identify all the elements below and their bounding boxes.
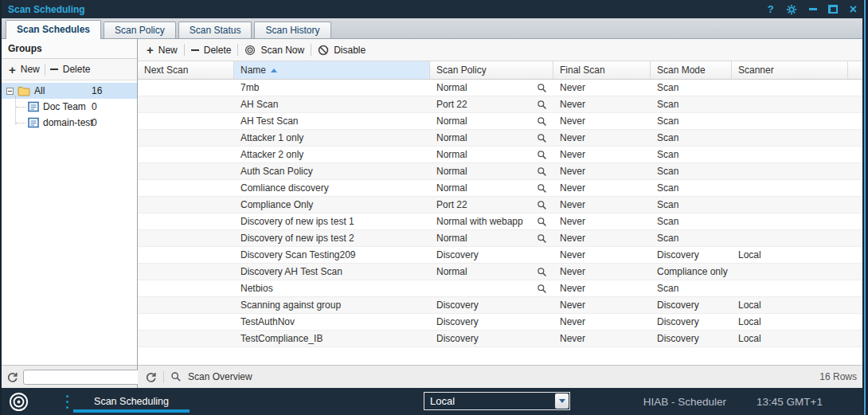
table-row[interactable]: Attacker 2 onlyNormalNeverScan (138, 147, 868, 163)
groups-delete-button[interactable]: Delete (50, 64, 91, 75)
cell-scan-policy: Port 22 (430, 96, 553, 112)
cell-final-scan: Never (553, 166, 651, 177)
app-label: HIAB - Scheduler (643, 396, 726, 408)
refresh-icon[interactable] (145, 371, 157, 383)
column-header-final-scan[interactable]: Final Scan (553, 61, 651, 79)
table-row[interactable]: AH ScanPort 22NeverScan (138, 96, 868, 113)
tree-item-domain-test[interactable]: domain-test 0 (2, 115, 137, 131)
cell-name: Attacker 2 only (234, 149, 430, 160)
table-row[interactable]: TestAuthNovDiscoveryNeverDiscoveryLocal (138, 314, 868, 331)
taskbar-item-scan-scheduling[interactable]: Scan Scheduling (73, 388, 190, 415)
scan-policy-label: Normal (436, 166, 467, 177)
cell-final-scan: Never (553, 233, 651, 244)
policy-preview-icon[interactable] (537, 116, 547, 127)
table-row[interactable]: AH Test ScanNormalNeverScan (138, 113, 868, 130)
cell-scan-mode: Scan (651, 99, 732, 110)
cell-scan-policy: Normal with webapp (430, 213, 553, 229)
delete-label: Delete (204, 45, 232, 56)
policy-preview-icon[interactable] (537, 83, 547, 93)
scan-policy-label: Discovery (436, 316, 479, 327)
cell-scan-mode: Scan (651, 82, 732, 93)
column-header-label: Name (240, 65, 266, 76)
policy-preview-icon[interactable] (537, 267, 547, 277)
schedules-panel: + New Delete (138, 39, 868, 388)
groups-new-button[interactable]: + New (9, 64, 40, 76)
table-row[interactable]: Discovery of new ips test 2NormalNeverSc… (138, 230, 868, 247)
cell-scan-policy: Normal (430, 147, 553, 162)
disable-button[interactable]: Disable (318, 45, 366, 56)
cell-scan-mode: Discovery (651, 333, 732, 344)
scanner-select[interactable]: Local (424, 392, 570, 410)
scan-now-button[interactable]: Scan Now (244, 45, 304, 56)
table-row[interactable]: Comliance discoveryNormalNeverScan (138, 180, 868, 197)
restore-icon[interactable] (829, 5, 838, 14)
minimize-icon[interactable] (809, 8, 817, 10)
cell-scan-policy: Normal (430, 130, 553, 146)
cell-scan-policy: Discovery (430, 247, 553, 263)
table-row[interactable]: Discovery Scan Testing209DiscoveryNeverD… (138, 247, 868, 264)
table-row[interactable]: Discovery AH Test ScanNormalNeverComplia… (138, 264, 868, 280)
scan-policy-label: Normal (436, 182, 467, 194)
tab-scan-history[interactable]: Scan History (254, 22, 330, 38)
search-icon (170, 371, 182, 382)
tree-connector (16, 123, 25, 123)
table-row[interactable]: 7mbNormalNeverScan (138, 80, 868, 96)
policy-preview-icon[interactable] (537, 133, 547, 143)
plus-icon: + (147, 44, 154, 56)
table-row[interactable]: Scanning against groupDiscoveryNeverDisc… (138, 297, 868, 314)
cell-scan-mode: Discovery (651, 249, 732, 260)
table-row[interactable]: Attacker 1 onlyNormalNeverScan (138, 130, 868, 147)
group-filter-input[interactable] (23, 370, 154, 385)
table-footer: Scan Overview 16 Rows (138, 365, 868, 388)
table-row[interactable]: Compliance OnlyPort 22NeverScan (138, 197, 868, 213)
cell-name: Comliance discovery (234, 182, 430, 194)
cell-name: Attacker 1 only (234, 132, 430, 143)
policy-preview-icon[interactable] (537, 150, 547, 160)
column-header-name[interactable]: Name (234, 61, 430, 79)
task-menu-icon[interactable] (66, 395, 68, 409)
refresh-icon[interactable] (6, 371, 18, 383)
cell-final-scan: Never (553, 316, 651, 327)
cell-final-scan: Never (553, 115, 651, 127)
policy-preview-icon[interactable] (537, 166, 547, 177)
column-header-scan-mode[interactable]: Scan Mode (651, 61, 732, 79)
cell-final-scan: Never (553, 182, 651, 194)
cell-scan-mode: Scan (651, 149, 732, 160)
tree-item-count: 0 (92, 101, 97, 112)
policy-preview-icon[interactable] (537, 183, 547, 194)
table-row[interactable]: TestCompliance_IBDiscoveryNeverDiscovery… (138, 331, 868, 347)
cell-scan-mode: Discovery (651, 300, 732, 311)
cell-scan-policy: Normal (430, 180, 553, 196)
gear-icon[interactable] (786, 4, 797, 15)
table-row[interactable]: Auth Scan PolicyNormalNeverScan (138, 163, 868, 180)
select-arrow-button[interactable] (555, 393, 569, 409)
scan-overview-link[interactable]: Scan Overview (188, 371, 252, 382)
help-icon[interactable]: ? (768, 4, 774, 14)
new-schedule-button[interactable]: + New (147, 44, 178, 56)
plus-icon: + (9, 64, 16, 76)
tree-item-all[interactable]: All 16 (2, 83, 137, 99)
cell-final-scan: Never (553, 333, 651, 344)
column-header-scanner[interactable]: Scanner (732, 61, 848, 79)
table-row[interactable]: NetbiosNeverScan (138, 280, 868, 297)
policy-preview-icon[interactable] (537, 217, 547, 227)
policy-preview-icon[interactable] (537, 100, 547, 110)
cell-scan-mode: Discovery (651, 316, 732, 327)
scan-policy-label: Discovery (436, 333, 479, 344)
cell-final-scan: Never (553, 249, 651, 260)
column-header-scan-policy[interactable]: Scan Policy (430, 61, 553, 79)
tab-scan-policy[interactable]: Scan Policy (104, 22, 176, 38)
table-row[interactable]: Discovery of new ips test 1Normal with w… (138, 213, 868, 230)
close-icon[interactable]: × (850, 3, 857, 16)
policy-preview-icon[interactable] (537, 200, 547, 210)
cell-scanner: Local (732, 316, 848, 327)
policy-preview-icon[interactable] (537, 233, 547, 244)
collapse-icon[interactable] (6, 88, 14, 95)
tab-scan-status[interactable]: Scan Status (178, 22, 252, 38)
tab-scan-schedules[interactable]: Scan Schedules (6, 20, 101, 39)
tree-item-doc-team[interactable]: Doc Team 0 (2, 99, 137, 115)
cell-name: Auth Scan Policy (234, 166, 430, 177)
column-header-next-scan[interactable]: Next Scan (138, 61, 234, 79)
policy-preview-icon[interactable] (537, 284, 547, 294)
delete-schedule-button[interactable]: Delete (191, 45, 232, 56)
